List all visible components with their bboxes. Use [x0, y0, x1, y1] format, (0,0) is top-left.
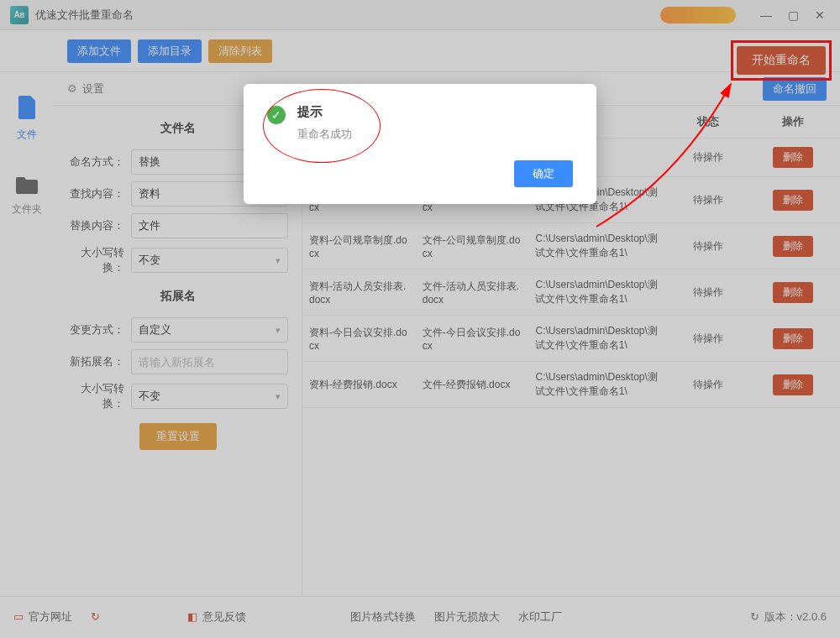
- modal-overlay: ✓ 提示 重命名成功 确定: [0, 0, 840, 638]
- modal-message: 重命名成功: [297, 127, 352, 142]
- modal-title: 提示: [297, 104, 352, 120]
- modal-confirm-button[interactable]: 确定: [514, 160, 573, 187]
- success-modal: ✓ 提示 重命名成功 确定: [244, 84, 596, 204]
- success-check-icon: ✓: [267, 106, 286, 124]
